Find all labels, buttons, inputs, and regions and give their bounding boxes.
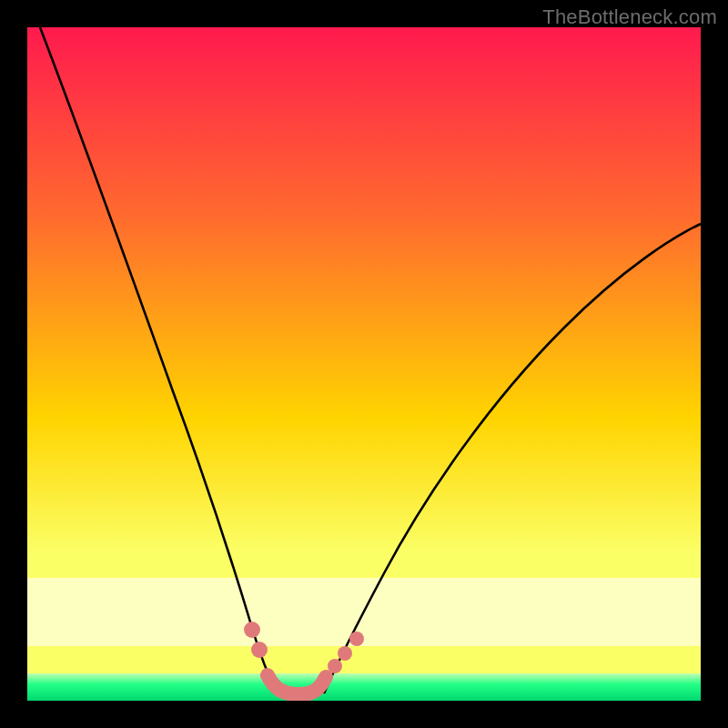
curve-layer [27,27,701,701]
outer-frame: TheBottleneck.com [0,0,728,728]
right-ascending-curve [324,224,701,693]
watermark-text: TheBottleneck.com [542,5,717,29]
marker-right-1 [328,659,342,673]
marker-right-2 [338,646,352,661]
marker-right-3 [349,632,364,646]
valley-marker-tube [268,675,326,694]
plot-area [27,27,701,701]
marker-left-upper [244,622,260,638]
marker-left-lower [251,642,268,658]
left-descending-curve [40,27,277,693]
